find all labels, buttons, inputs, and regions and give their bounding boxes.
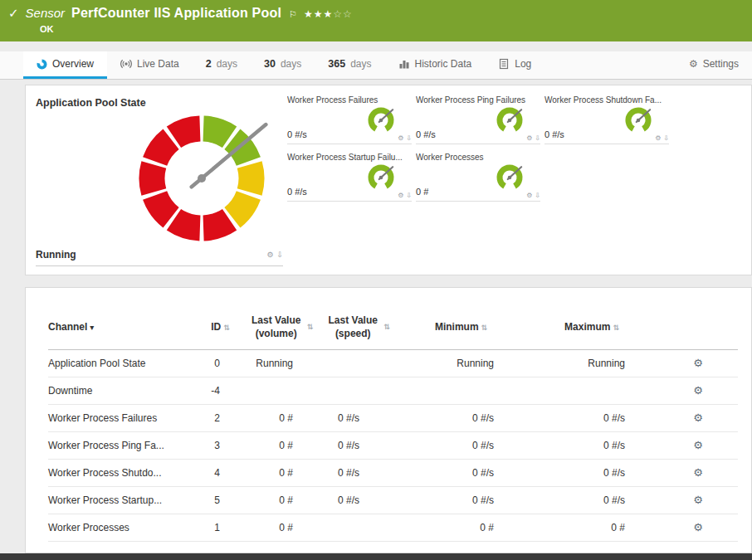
cell-channel: Worker Process Shutdo...: [48, 459, 198, 486]
channel-settings-gear-icon[interactable]: ⚙: [693, 411, 703, 424]
cell-last-volume: 0 #: [243, 459, 318, 486]
tab-30-days[interactable]: 30 days: [251, 51, 315, 79]
tab-live-data[interactable]: Live Data: [107, 51, 193, 79]
channel-settings-gear-icon[interactable]: ⚙: [693, 439, 703, 451]
priority-stars[interactable]: ★★★☆☆: [304, 8, 353, 20]
channel-settings-gear-icon[interactable]: ⚙: [693, 494, 703, 506]
mini-gauge-tile: Worker Process Ping Failures 0 #/s ⚙ ⇩: [416, 95, 540, 144]
gauge-pin-icon[interactable]: ⇩: [406, 192, 412, 199]
cell-last-volume: 0 #: [243, 486, 318, 514]
gauge-gear-icon[interactable]: ⚙: [266, 251, 273, 259]
cell-channel: Worker Process Startup...: [48, 486, 198, 514]
channel-settings-gear-icon[interactable]: ⚙: [693, 466, 703, 479]
cell-minimum: 0 #/s: [397, 431, 525, 459]
col-header-label: ID: [211, 321, 221, 333]
gauge-pin-icon[interactable]: ⇩: [406, 134, 412, 142]
col-header-label: Last Value (volume): [248, 314, 305, 340]
cell-id: -4: [198, 377, 243, 404]
tab-label: Log: [515, 58, 531, 70]
cell-id: 2: [198, 404, 243, 431]
tab-label: Settings: [703, 58, 739, 70]
cell-maximum: 0 #/s: [525, 486, 658, 514]
cell-maximum: 0 #/s: [525, 431, 658, 459]
col-header-channel[interactable]: Channel▾: [48, 304, 198, 349]
col-header-settings: [658, 304, 738, 349]
table-row: Application Pool State 0 Running Running…: [48, 349, 738, 377]
col-header-id[interactable]: ID⇅: [198, 304, 243, 349]
gauge-pin-icon[interactable]: ⇩: [535, 192, 540, 199]
cell-last-volume: 0 #: [243, 514, 318, 541]
overview-panel: Application Pool State Running ⚙ ⇩ Worke…: [25, 85, 752, 275]
gauge-pin-icon[interactable]: ⇩: [535, 134, 540, 142]
mini-gauge-value: 0 #: [416, 187, 428, 197]
cell-maximum: Running: [525, 349, 658, 377]
tab-overview[interactable]: Overview: [23, 51, 107, 79]
cell-maximum: 0 #: [525, 514, 658, 541]
sensor-header: ✓ Sensor PerfCounter IIS Application Poo…: [0, 0, 752, 41]
gauge-gear-icon[interactable]: ⚙: [526, 134, 532, 142]
channel-settings-gear-icon[interactable]: ⚙: [693, 384, 703, 397]
tab-log[interactable]: Log: [485, 51, 544, 79]
tab-days-unit: days: [217, 58, 237, 70]
mini-gauge-tile: Worker Process Shutdown Fa... 0 #/s ⚙ ⇩: [544, 95, 669, 144]
cell-minimum: [397, 377, 525, 404]
col-header-label: Minimum: [435, 321, 479, 333]
settings-gear-icon: ⚙: [689, 59, 698, 69]
table-row: Worker Process Startup... 5 0 # 0 #/s 0 …: [48, 486, 738, 514]
cell-id: 4: [198, 459, 243, 486]
cell-settings: ⚙: [658, 431, 738, 459]
tab-days-unit: days: [350, 58, 371, 70]
cell-channel: Worker Process Failures: [48, 404, 198, 431]
cell-last-speed: 0 #/s: [318, 486, 397, 514]
sort-icon: ⇅: [481, 324, 488, 332]
cell-id: 1: [198, 514, 243, 541]
channel-settings-gear-icon[interactable]: ⚙: [693, 357, 703, 369]
channel-settings-gear-icon[interactable]: ⚙: [693, 521, 703, 533]
table-row: Downtime -4 ⚙: [48, 377, 738, 404]
cell-last-speed: 0 #/s: [318, 431, 397, 459]
cell-channel: Worker Process Ping Fa...: [48, 431, 198, 459]
mini-gauge-svg: [362, 161, 400, 196]
cell-maximum: 0 #/s: [525, 404, 658, 431]
col-header-maximum[interactable]: Maximum⇅: [525, 304, 658, 349]
gauge-gear-icon[interactable]: ⚙: [526, 192, 532, 199]
gauge-gear-icon[interactable]: ⚙: [398, 192, 403, 199]
mini-gauge-tile: Worker Process Startup Failu... 0 #/s ⚙ …: [287, 153, 412, 202]
log-icon: [498, 58, 510, 70]
tab-365-days[interactable]: 365 days: [315, 51, 384, 79]
gauge-gear-icon[interactable]: ⚙: [398, 134, 403, 142]
tab-settings[interactable]: ⚙ Settings: [676, 51, 752, 79]
gauge-pin-icon[interactable]: ⇩: [276, 251, 283, 259]
cell-last-speed: 0 #/s: [318, 459, 397, 486]
cell-channel: Application Pool State: [48, 349, 198, 377]
col-header-last-value-volume[interactable]: Last Value (volume)⇅: [243, 304, 318, 349]
main-gauge-value: Running: [36, 249, 266, 261]
status-badge: OK: [40, 24, 744, 34]
cell-channel: Downtime: [48, 377, 198, 404]
tab-label: Historic Data: [415, 58, 472, 70]
caret-down-icon: ▾: [90, 323, 94, 332]
sort-icon: ⇅: [307, 323, 314, 331]
cell-last-speed: [318, 349, 397, 377]
mini-gauge-svg: [362, 104, 400, 139]
cell-id: 3: [198, 431, 243, 459]
cell-last-volume: [243, 377, 318, 404]
col-header-label: Last Value (speed): [325, 314, 381, 340]
overview-icon: [37, 59, 47, 70]
table-row: Worker Process Shutdo... 4 0 # 0 #/s 0 #…: [48, 459, 738, 486]
flag-icon: ⚐: [289, 9, 297, 20]
tab-2-days[interactable]: 2 days: [193, 51, 251, 79]
tab-label: Overview: [52, 58, 94, 70]
gauge-gear-icon[interactable]: ⚙: [655, 134, 661, 142]
mini-gauge-svg: [491, 104, 529, 139]
mini-gauge-svg: [491, 161, 529, 196]
col-header-label: Maximum: [564, 321, 610, 333]
tab-historic-data[interactable]: Historic Data: [385, 51, 486, 79]
cell-minimum: Running: [397, 349, 525, 377]
gauge-pin-icon[interactable]: ⇩: [663, 134, 669, 142]
col-header-minimum[interactable]: Minimum⇅: [397, 304, 525, 349]
col-header-last-value-speed[interactable]: Last Value (speed)⇅: [318, 304, 397, 349]
mini-gauge-value: 0 #/s: [416, 129, 436, 139]
cell-last-volume: 0 #: [243, 431, 318, 459]
live-data-icon: [120, 58, 132, 70]
